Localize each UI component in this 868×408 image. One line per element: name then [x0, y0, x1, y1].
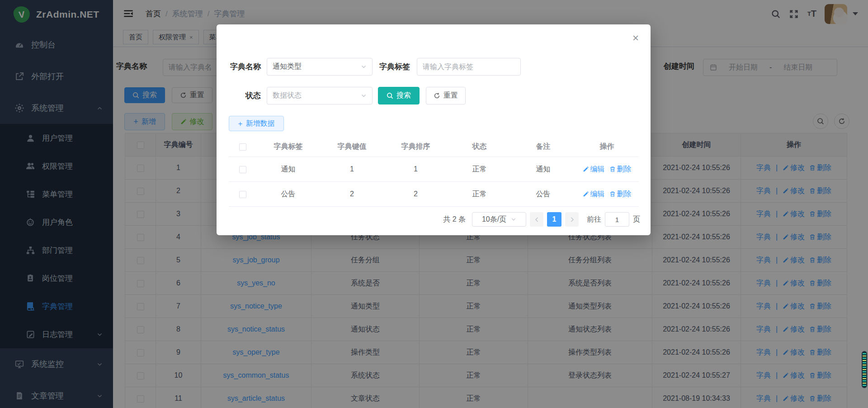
dialog-delete-link[interactable]: 删除 — [609, 190, 632, 198]
prev-page-button[interactable] — [530, 212, 543, 227]
dialog-table-header-row: 字典标签字典键值字典排序状态备注操作 — [229, 137, 639, 157]
pen-icon — [583, 191, 589, 197]
plus-icon: + — [238, 120, 243, 128]
dialog-status-label: 状态 — [225, 87, 261, 104]
pen-icon — [583, 166, 589, 172]
goto-label: 前往 — [587, 215, 601, 224]
dict-data-table: 字典标签字典键值字典排序状态备注操作通知11正常通知编辑删除公告22正常公告编辑… — [229, 137, 639, 207]
cell-dict-value: 1 — [320, 157, 384, 182]
chevron-down-icon — [361, 64, 367, 70]
cell-dict-label: 通知 — [256, 157, 320, 182]
dialog-column-header: 备注 — [511, 137, 575, 157]
trash-icon — [609, 166, 616, 172]
dialog-row-checkbox[interactable] — [239, 191, 246, 198]
dialog-select-all-checkbox[interactable] — [239, 143, 246, 151]
dialog-edit-link[interactable]: 编辑 — [583, 165, 605, 173]
pagination-total: 共 2 条 — [443, 215, 466, 224]
dialog-row-checkbox[interactable] — [239, 166, 246, 173]
dialog-table-row: 公告22正常公告编辑删除 — [229, 182, 639, 207]
dialog-dict-label-label: 字典标签 — [374, 58, 410, 76]
dialog-column-header: 操作 — [575, 137, 639, 157]
goto-page-input[interactable] — [605, 212, 629, 227]
dialog-search-button[interactable]: 搜索 — [378, 87, 420, 104]
dialog-table-row: 通知11正常通知编辑删除 — [229, 157, 639, 182]
dialog-column-header: 字典排序 — [384, 137, 448, 157]
dialog-dict-name-select[interactable]: 通知类型 — [267, 58, 373, 76]
current-page-button[interactable]: 1 — [547, 212, 561, 227]
cell-status: 正常 — [448, 157, 511, 182]
page-unit-label: 页 — [633, 215, 640, 224]
dialog-delete-link[interactable]: 删除 — [609, 165, 632, 173]
refresh-icon — [434, 92, 440, 99]
dialog-column-header: 字典键值 — [320, 137, 384, 157]
dict-data-dialog: × 字典名称 通知类型 字典标签 状态 数据状态 搜索 重置 + 新增数据 字典… — [217, 24, 651, 235]
cell-remark: 公告 — [511, 182, 575, 207]
dialog-dict-label-input[interactable] — [417, 58, 521, 76]
dialog-edit-link[interactable]: 编辑 — [583, 190, 605, 198]
dialog-close-icon[interactable]: × — [632, 33, 639, 43]
cell-dict-value: 2 — [320, 182, 384, 207]
chevron-down-icon — [361, 93, 367, 99]
dialog-add-data-button[interactable]: + 新增数据 — [229, 116, 284, 131]
dialog-status-select[interactable]: 数据状态 — [267, 87, 373, 104]
cell-remark: 通知 — [511, 157, 575, 182]
chevron-down-icon — [511, 217, 516, 222]
dialog-pagination: 共 2 条 10条/页 1 前往 页 — [443, 212, 640, 227]
dialog-reset-button[interactable]: 重置 — [426, 87, 466, 104]
trash-icon — [609, 191, 616, 197]
search-icon — [387, 92, 393, 99]
cell-dict-sort: 2 — [384, 182, 448, 207]
dialog-column-header: 状态 — [448, 137, 511, 157]
cell-dict-sort: 1 — [384, 157, 448, 182]
page-size-select[interactable]: 10条/页 — [472, 212, 526, 227]
cell-dict-label: 公告 — [256, 182, 320, 207]
cell-status: 正常 — [448, 182, 511, 207]
dialog-column-header: 字典标签 — [256, 137, 320, 157]
next-page-button[interactable] — [565, 212, 579, 227]
dialog-dict-name-label: 字典名称 — [225, 58, 261, 76]
scrollbar-thumb[interactable] — [862, 351, 867, 388]
